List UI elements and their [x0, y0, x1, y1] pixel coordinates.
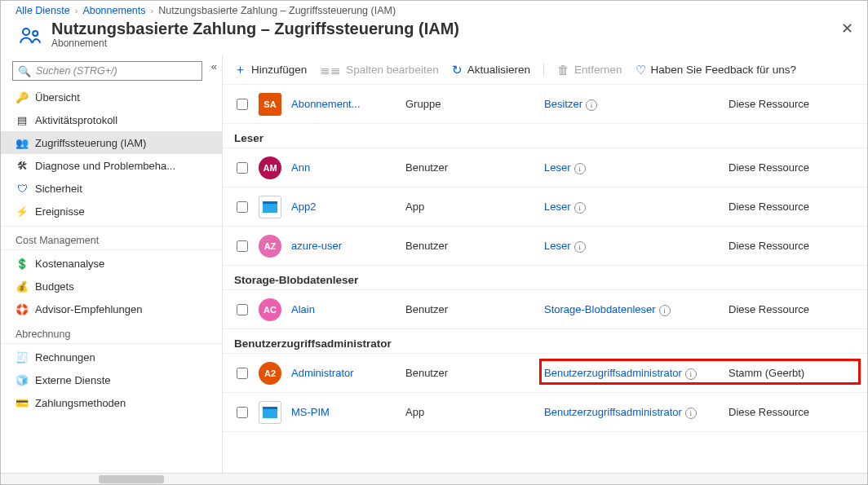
row-type: App [405, 406, 544, 418]
feedback-button[interactable]: ♡ Haben Sie Feedback für uns? [636, 63, 797, 77]
key-gear-icon: 🔑 [16, 90, 29, 104]
table-row: MS-PIM App Benutzerzugriffsadministrator… [223, 393, 867, 432]
app-tile-icon [259, 196, 281, 218]
sidebar-item--bersicht[interactable]: 🔑 Übersicht [1, 86, 222, 108]
collapse-sidebar-icon[interactable]: « [211, 60, 217, 73]
row-name-link[interactable]: App2 [291, 201, 316, 213]
close-icon[interactable]: ✕ [835, 20, 859, 37]
sidebar-item-advisor-empfehlungen[interactable]: 🛟 Advisor-Empfehlungen [1, 298, 222, 320]
sidebar-item-aktivit-tsprotokoll[interactable]: ▤ Aktivitätsprotokoll [1, 108, 222, 131]
row-scope: Diese Ressource [728, 161, 859, 174]
row-checkbox[interactable] [237, 201, 248, 213]
search-input[interactable]: 🔍 Suchen (STRG+/) [12, 61, 202, 81]
row-name-link[interactable]: Alain [291, 303, 315, 315]
sidebar-item-externe-dienste[interactable]: 🧊 Externe Dienste [1, 368, 222, 391]
breadcrumb: Alle Dienste › Abonnements › Nutzungsbas… [1, 2, 867, 19]
row-role[interactable]: Benutzerzugriffsadministratori [544, 367, 728, 380]
row-role[interactable]: Besitzeri [544, 98, 728, 111]
row-role[interactable]: Leseri [544, 201, 728, 214]
sidebar-item-sicherheit[interactable]: 🛡 Sicherheit [1, 177, 222, 200]
info-icon[interactable]: i [586, 99, 597, 111]
app-tile-icon [259, 401, 281, 424]
sidebar-item-zahlungsmethoden[interactable]: 💳 Zahlungsmethoden [1, 391, 222, 414]
trash-icon: 🗑 [557, 63, 569, 77]
edit-columns-button[interactable]: ≣≣ Spalten bearbeiten [320, 63, 438, 77]
breadcrumb-link-0[interactable]: Alle Dienste [16, 5, 70, 16]
table-row: AZ azure-user Benutzer Leseri Diese Ress… [223, 227, 867, 266]
sidebar-item-label: Diagnose und Problembeha... [35, 160, 175, 172]
chevron-right-icon: › [151, 6, 154, 15]
row-type: Gruppe [405, 98, 544, 110]
row-checkbox[interactable] [237, 240, 248, 252]
sidebar-item-label: Übersicht [35, 91, 80, 104]
add-button[interactable]: ＋ Hinzufügen [234, 62, 307, 77]
edit-columns-label: Spalten bearbeiten [346, 64, 438, 76]
info-icon[interactable]: i [574, 163, 586, 174]
sidebar-item-label: Zahlungsmethoden [35, 397, 126, 409]
heart-icon: ♡ [636, 63, 646, 77]
sidebar-item-kostenanalyse[interactable]: 💲 Kostenanalyse [1, 252, 222, 275]
people-icon [14, 20, 46, 52]
sidebar-item-zugriffssteuerung-iam-[interactable]: 👥 Zugriffssteuerung (IAM) [1, 131, 222, 154]
svg-point-1 [33, 31, 38, 36]
row-name-link[interactable]: Abonnement... [291, 98, 361, 110]
bolt-icon: ⚡ [16, 205, 29, 218]
main-content: ＋ Hinzufügen ≣≣ Spalten bearbeiten ↻ Akt… [223, 55, 867, 473]
breadcrumb-link-1[interactable]: Abonnements [82, 5, 145, 16]
info-icon[interactable]: i [574, 202, 586, 214]
row-name-link[interactable]: azure-user [291, 240, 342, 252]
sidebar-item-ereignisse[interactable]: ⚡ Ereignisse [1, 200, 222, 223]
sidebar-item-label: Aktivitätsprotokoll [35, 114, 117, 126]
row-role[interactable]: Leseri [544, 161, 728, 174]
page-subtitle: Abonnement [51, 37, 459, 49]
budgets-icon: 💰 [16, 280, 29, 293]
refresh-button[interactable]: ↻ Aktualisieren [452, 63, 530, 77]
group-header: Leser [223, 124, 867, 148]
sidebar-item-label: Externe Dienste [35, 374, 111, 386]
row-role[interactable]: Storage-Blobdatenleseri [544, 303, 728, 316]
sidebar-item-diagnose-und-problembeha-[interactable]: 🛠 Diagnose und Problembeha... [1, 154, 222, 177]
remove-label: Entfernen [574, 64, 622, 76]
row-checkbox[interactable] [237, 368, 248, 379]
advisor-icon: 🛟 [16, 302, 29, 315]
row-checkbox[interactable] [237, 304, 248, 315]
row-role[interactable]: Benutzerzugriffsadministratori [544, 406, 728, 419]
info-icon[interactable]: i [574, 241, 586, 253]
search-placeholder: Suchen (STRG+/) [36, 65, 117, 77]
row-name-link[interactable]: MS-PIM [291, 406, 330, 418]
payment-methods-icon: 💳 [16, 396, 29, 409]
columns-icon: ≣≣ [320, 63, 341, 77]
row-name-link[interactable]: Administrator [291, 367, 354, 379]
sidebar-item-budgets[interactable]: 💰 Budgets [1, 275, 222, 298]
row-scope: Diese Ressource [728, 303, 859, 315]
row-checkbox[interactable] [237, 99, 248, 110]
info-icon[interactable]: i [685, 368, 697, 380]
people-icon: 👥 [16, 136, 29, 149]
row-scope: Stamm (Geerbt) [728, 367, 859, 379]
sidebar-section-label: Abrechnung [1, 320, 222, 344]
remove-button[interactable]: 🗑 Entfernen [557, 63, 622, 77]
row-scope: Diese Ressource [728, 201, 859, 213]
row-type: Benutzer [405, 240, 544, 252]
sidebar-item-label: Zugriffssteuerung (IAM) [35, 137, 146, 149]
sidebar-item-label: Kostenanalyse [35, 258, 104, 270]
sidebar-item-label: Rechnungen [35, 351, 95, 364]
row-checkbox[interactable] [237, 407, 248, 418]
avatar: SA [259, 93, 281, 116]
shield-icon: 🛡 [16, 182, 29, 195]
info-icon[interactable]: i [659, 305, 671, 316]
row-type: Benutzer [405, 161, 544, 174]
feedback-label: Haben Sie Feedback für uns? [651, 64, 797, 76]
row-scope: Diese Ressource [728, 406, 859, 418]
row-type: App [405, 201, 544, 213]
refresh-label: Aktualisieren [467, 64, 530, 76]
table-row: AC Alain Benutzer Storage-Blobdatenleser… [223, 290, 867, 329]
avatar: A2 [259, 362, 281, 385]
row-role[interactable]: Leseri [544, 240, 728, 253]
invoices-icon: 🧾 [16, 351, 29, 364]
horizontal-scrollbar[interactable] [1, 473, 867, 484]
sidebar-item-rechnungen[interactable]: 🧾 Rechnungen [1, 346, 222, 368]
info-icon[interactable]: i [685, 408, 697, 419]
row-name-link[interactable]: Ann [291, 161, 310, 174]
row-checkbox[interactable] [237, 162, 248, 174]
